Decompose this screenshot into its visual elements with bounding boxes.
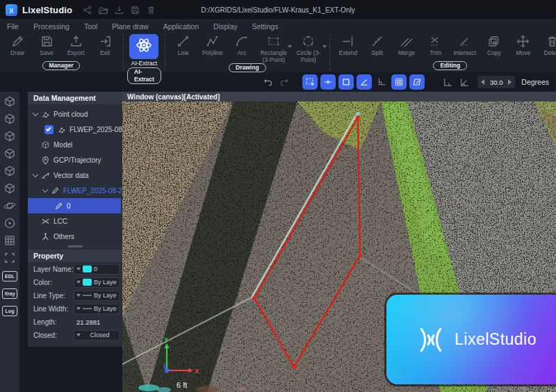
property-row-length: Length: 21.2881 — [28, 316, 122, 328]
lixel-logo-icon — [416, 326, 446, 354]
view-back-icon[interactable] — [3, 182, 16, 195]
angle-snap-button[interactable] — [357, 74, 372, 90]
delete-button[interactable]: Delete — [538, 33, 556, 57]
menu-file[interactable]: File — [7, 22, 19, 31]
tree-item-point-cloud-file[interactable]: FLWEP_2025-08-21-0947 — [28, 122, 122, 137]
floppy-icon — [40, 34, 54, 49]
extend-button[interactable]: Extend — [334, 33, 363, 57]
ortho-mode-icon[interactable] — [440, 75, 454, 89]
angle-decrease-icon[interactable] — [481, 79, 484, 85]
line-width-dropdown[interactable]: By Layer — [74, 304, 120, 314]
toolbar-separator — [123, 35, 124, 70]
chevron-down-icon[interactable] — [33, 171, 38, 177]
view-top-icon[interactable] — [3, 95, 16, 108]
panel-splitter[interactable] — [28, 243, 122, 250]
data-management-panel: Data Management Point cloud FLWEP_2025-0… — [28, 92, 122, 243]
split-button[interactable]: Split — [363, 33, 392, 57]
menu-processing[interactable]: Processing — [33, 22, 70, 31]
color-swatch — [83, 279, 92, 286]
perpendicular-snap-icon[interactable] — [375, 75, 389, 89]
tree-item-vector-data[interactable]: Vector data — [28, 168, 122, 183]
property-panel: Property Layer Name: 0 Color: By Layer — [28, 250, 122, 347]
model-cube-icon — [41, 140, 50, 149]
view-right-icon[interactable] — [3, 147, 16, 160]
polar-tracking-icon[interactable] — [457, 75, 471, 89]
merge-icon — [399, 34, 414, 49]
merge-button[interactable]: Merge — [392, 33, 421, 57]
marquee-select-button[interactable] — [302, 74, 318, 90]
trim-button[interactable]: Trim — [421, 33, 450, 57]
circle-3point-button[interactable]: Circle (3-Point) — [291, 33, 326, 63]
delete-project-icon[interactable] — [146, 5, 156, 15]
menu-display[interactable]: Display — [213, 22, 237, 31]
closed-dropdown[interactable]: Closed — [74, 330, 120, 341]
arc-icon — [234, 34, 249, 49]
grid-toggle-icon[interactable] — [3, 234, 16, 247]
endpoint-snap-button[interactable] — [338, 74, 354, 90]
layer-name-dropdown[interactable]: 0 — [74, 264, 120, 275]
rectangle-3point-button[interactable]: Rectangle (3-Point) — [256, 33, 291, 63]
intersect-icon — [457, 34, 472, 49]
polyline-button[interactable]: Polyline — [198, 33, 227, 57]
view-front-icon[interactable] — [3, 165, 16, 177]
menu-plane-draw[interactable]: Plane draw — [112, 22, 149, 31]
intersect-button[interactable]: Intersect — [450, 33, 480, 57]
share-icon[interactable] — [82, 5, 92, 15]
menu-settings[interactable]: Settings — [252, 22, 278, 31]
grid-snap-button[interactable] — [391, 74, 407, 90]
menu-tool[interactable]: Tool — [84, 22, 97, 31]
open-project-icon[interactable] — [98, 5, 108, 15]
lixelstudio-watermark: LixelStudio — [386, 295, 556, 384]
copy-icon — [486, 34, 501, 49]
angle-value[interactable]: 30.0 — [488, 79, 505, 86]
tree-item-model[interactable]: Model — [28, 137, 122, 152]
midpoint-snap-button[interactable] — [320, 74, 336, 90]
xray-toggle[interactable]: Xray — [2, 288, 17, 299]
dropdown-caret-icon[interactable] — [322, 45, 327, 48]
property-header: Property — [28, 250, 122, 262]
save-project-icon[interactable] — [130, 5, 140, 15]
canvas-title[interactable]: Window (canvas)[Activated] — [122, 92, 556, 101]
move-button[interactable]: Move — [509, 33, 538, 57]
menu-application[interactable]: Application — [163, 22, 199, 31]
gcp-pin-icon — [41, 156, 50, 165]
undo-icon[interactable] — [261, 75, 275, 89]
edl-toggle[interactable]: EDL — [2, 271, 17, 281]
chevron-down-icon[interactable] — [42, 186, 48, 192]
tree-item-vector-file[interactable]: FLWEP_2025-08-21-0947541 — [28, 183, 122, 198]
axis-x-label: X — [195, 367, 199, 375]
orbit-view-icon[interactable] — [3, 199, 16, 212]
tree-item-point-cloud[interactable]: Point cloud — [28, 106, 122, 122]
fullscreen-icon[interactable] — [3, 252, 16, 264]
draw-plane-button[interactable] — [409, 74, 425, 90]
exit-button[interactable]: Exit — [90, 33, 120, 57]
color-dropdown[interactable]: By Layer — [74, 277, 120, 288]
angle-unit-label: Degrees — [521, 78, 549, 86]
point-size-icon[interactable] — [3, 217, 16, 229]
redo-icon[interactable] — [277, 75, 291, 89]
arc-button[interactable]: Arc — [227, 33, 256, 57]
copy-button[interactable]: Copy — [480, 33, 509, 57]
tree-item-others[interactable]: Others — [28, 229, 122, 244]
chevron-down-icon[interactable] — [33, 110, 38, 115]
property-row-color: Color: By Layer — [28, 276, 122, 288]
save-button[interactable]: Save — [32, 33, 61, 57]
tree-item-lcc[interactable]: LCC — [28, 213, 122, 229]
left-panel-empty-space — [28, 347, 122, 392]
tree-item-layer-0[interactable]: 0 — [28, 198, 121, 213]
log-panel-toggle[interactable]: Log — [2, 306, 17, 316]
scale-label: 6 ft — [177, 381, 187, 389]
ai-extract-button[interactable]: AI-Extract — [129, 33, 158, 67]
view-left-icon[interactable] — [3, 130, 16, 142]
angle-increase-icon[interactable] — [508, 79, 512, 85]
draw-button[interactable]: Draw — [3, 33, 32, 57]
view-bottom-icon[interactable] — [3, 113, 16, 125]
import-icon[interactable] — [114, 5, 124, 15]
visibility-checkbox[interactable] — [44, 125, 54, 134]
rectangle-icon — [266, 34, 281, 49]
line-type-dropdown[interactable]: By Layer — [74, 291, 120, 301]
axis-y-label: Y — [164, 336, 169, 343]
tree-item-gcp-trajectory[interactable]: GCP/Trajectory — [28, 152, 122, 168]
line-button[interactable]: Line — [169, 33, 198, 57]
export-button[interactable]: Export — [61, 33, 90, 57]
